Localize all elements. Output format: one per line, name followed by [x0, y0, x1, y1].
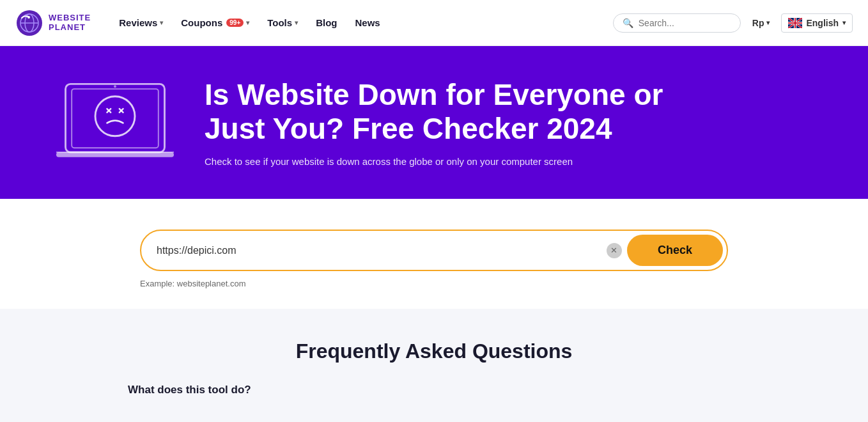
logo[interactable]: WEBSITE PLANET: [15, 9, 91, 37]
svg-rect-16: [56, 152, 174, 157]
checker-input-wrap: ✕ Check: [140, 230, 728, 271]
nav-reviews[interactable]: Reviews ▾: [111, 12, 171, 33]
nav-blog[interactable]: Blog: [308, 12, 345, 33]
faq-question-1: What does this tool do?: [128, 384, 740, 396]
chevron-down-icon: ▾: [246, 19, 249, 26]
url-input[interactable]: [157, 245, 601, 256]
nav-tools[interactable]: Tools ▾: [260, 12, 306, 33]
currency-label: Rp: [752, 18, 764, 28]
checker-section: ✕ Check Example: websiteplanet.com: [0, 199, 868, 309]
chevron-down-icon: ▾: [766, 19, 770, 26]
hero-content: Is Website Down for Everyone or Just You…: [205, 78, 690, 167]
svg-rect-14: [66, 84, 165, 152]
check-button[interactable]: Check: [627, 235, 723, 266]
logo-line2: PLANET: [49, 23, 91, 32]
svg-point-23: [114, 85, 116, 88]
chevron-down-icon: ▾: [295, 19, 298, 26]
logo-line1: WEBSITE: [49, 13, 91, 22]
svg-point-4: [27, 16, 30, 19]
faq-title: Frequently Asked Questions: [128, 340, 740, 363]
hero-subtitle: Check to see if your website is down acr…: [205, 156, 690, 167]
language-label: English: [806, 18, 839, 28]
nav-items: Reviews ▾ Coupons 99+ ▾ Tools ▾ Blog New…: [111, 12, 608, 33]
coupons-badge: 99+: [226, 19, 244, 27]
svg-rect-13: [788, 22, 802, 24]
search-icon: 🔍: [623, 18, 633, 28]
svg-rect-15: [72, 89, 159, 148]
search-box[interactable]: 🔍: [613, 13, 741, 33]
hero-laptop-illustration: [51, 72, 179, 173]
search-input[interactable]: [639, 18, 731, 28]
hero-section: Is Website Down for Everyone or Just You…: [0, 46, 868, 199]
hero-title: Is Website Down for Everyone or Just You…: [205, 78, 690, 146]
currency-selector[interactable]: Rp ▾: [746, 14, 777, 32]
example-text: Example: websiteplanet.com: [140, 279, 245, 288]
svg-point-18: [95, 97, 135, 136]
language-selector[interactable]: English ▾: [781, 13, 853, 33]
chevron-down-icon: ▾: [160, 19, 163, 26]
nav-coupons[interactable]: Coupons 99+ ▾: [173, 12, 257, 33]
nav-news[interactable]: News: [347, 12, 387, 33]
faq-section: Frequently Asked Questions What does thi…: [0, 309, 868, 422]
faq-item: What does this tool do?: [128, 384, 740, 396]
uk-flag-icon: [788, 18, 802, 28]
navbar: WEBSITE PLANET Reviews ▾ Coupons 99+ ▾ T…: [0, 0, 868, 46]
chevron-down-icon: ▾: [842, 19, 846, 26]
clear-button[interactable]: ✕: [607, 243, 622, 258]
